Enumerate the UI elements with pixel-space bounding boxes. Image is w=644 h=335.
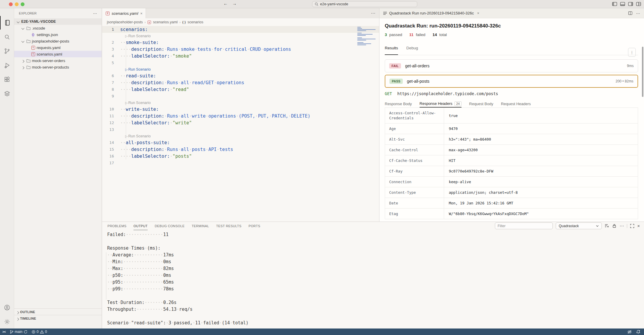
webview-tab-close-icon[interactable]: ×: [477, 11, 480, 15]
result-card-get-all-orders[interactable]: FAILget-all-orders9ms: [385, 59, 638, 72]
section-timeline[interactable]: TIMELINE: [14, 315, 102, 321]
quadrastack-view-icon[interactable]: [0, 87, 14, 100]
history-back-icon[interactable]: ←: [222, 1, 229, 6]
command-center-search[interactable]: e2e-yaml-vscode: [312, 1, 417, 7]
subtab-response-body[interactable]: Response Body: [385, 99, 412, 108]
section-outline[interactable]: OUTLINE: [14, 308, 102, 315]
split-editor-icon[interactable]: [628, 11, 632, 15]
tab-scenarios-yaml[interactable]: Y scenarios.yaml ×: [102, 8, 146, 18]
tab-close-icon[interactable]: ×: [140, 11, 143, 16]
breadcrumb-file[interactable]: scenarios.yaml: [153, 20, 177, 24]
tree-item-settings-json[interactable]: {}settings.json: [14, 31, 102, 38]
problems-item[interactable]: 0 0: [32, 330, 47, 334]
settings-gear-icon[interactable]: [0, 315, 14, 329]
header-value: W/"6b80-Ybsq/K6GwwqrYkAsFxqDXGC7DoM": [444, 209, 534, 219]
search-view-icon[interactable]: [0, 30, 14, 44]
maximize-panel-icon[interactable]: [630, 224, 634, 228]
chevron-down-icon[interactable]: [21, 40, 25, 43]
clear-output-icon[interactable]: [605, 224, 609, 228]
webview-more-icon[interactable]: ⋯: [636, 11, 640, 16]
subtab-request-body[interactable]: Request Body: [469, 99, 493, 108]
code-line-13[interactable]: 13: [102, 126, 379, 133]
explorer-more-icon[interactable]: ⋯: [93, 11, 97, 16]
traffic-light-close[interactable]: [9, 2, 13, 6]
subtab-request-headers[interactable]: Request Headers: [501, 99, 531, 108]
run-debug-icon[interactable]: [0, 58, 14, 72]
tree-item-jsonplaceholder-posts[interactable]: jsonplaceholder-posts: [14, 38, 102, 44]
code-line-11[interactable]: 11····description:·Runs·all·write·operat…: [102, 113, 379, 119]
code-line-5[interactable]: 5: [102, 59, 379, 66]
chevron-right-icon[interactable]: [21, 66, 25, 69]
extensions-icon[interactable]: [0, 73, 14, 86]
tab-results[interactable]: Results: [385, 45, 398, 55]
tree-item-scenarios-yaml[interactable]: Yscenarios.yaml: [14, 51, 102, 57]
tree-item-e2e-yaml-vscode[interactable]: E2E-YAML-VSCODE: [14, 18, 102, 25]
panel-scrollbar[interactable]: [642, 47, 643, 97]
source-control-icon[interactable]: [0, 44, 14, 58]
toggle-secondary-sidebar-icon[interactable]: [628, 1, 633, 6]
code-line-4[interactable]: 4····labelSelector:·"smoke": [102, 53, 379, 59]
remote-indicator[interactable]: ><: [2, 330, 6, 334]
code-line-17[interactable]: 17: [102, 160, 379, 166]
lock-scroll-icon[interactable]: [612, 224, 617, 228]
panel-tab-terminal[interactable]: TERMINAL: [192, 222, 209, 230]
traffic-light-zoom[interactable]: [21, 2, 25, 6]
chevron-right-icon[interactable]: [21, 59, 25, 62]
toggle-panel-icon[interactable]: [620, 1, 625, 6]
tab-debug[interactable]: Debug: [406, 45, 418, 55]
code-line-7[interactable]: 7····description:·Runs·all·read/GET·oper…: [102, 79, 379, 86]
traffic-light-minimize[interactable]: [15, 2, 19, 6]
minimap[interactable]: [357, 27, 377, 47]
code-line-8[interactable]: 8····labelSelector:·"read": [102, 86, 379, 93]
editor-actions-icon[interactable]: ⋯: [371, 11, 376, 16]
code-line-14[interactable]: 14··all-posts-suite:: [102, 139, 379, 146]
webview-tabstrip: Quadrastack Run run-20260119-094215840-3…: [379, 8, 644, 18]
panel-more-icon[interactable]: ⋯: [619, 223, 624, 229]
customize-layout-icon[interactable]: [636, 1, 641, 6]
code-line-9[interactable]: 9: [102, 93, 379, 100]
history-forward-icon[interactable]: →: [231, 1, 238, 6]
output-filter-input[interactable]: [495, 222, 553, 229]
tree-item--vscode[interactable]: .vscode: [14, 25, 102, 31]
breadcrumb-folder[interactable]: jsonplaceholder-posts: [107, 20, 143, 24]
codelens-run-scenario[interactable]: ▷Run Scenario: [102, 33, 379, 39]
close-panel-icon[interactable]: ×: [637, 223, 640, 228]
code-line-15[interactable]: 15····description:·Runs·all·posts·API·te…: [102, 146, 379, 153]
tree-item-mock-server-orders[interactable]: mock-server-orders: [14, 57, 102, 64]
panel-tab-output[interactable]: OUTPUT: [133, 222, 148, 230]
git-branch-item[interactable]: main: [10, 330, 27, 334]
panel-tab-test-results[interactable]: TEST RESULTS: [216, 222, 242, 230]
panel-tab-problems[interactable]: PROBLEMS: [107, 222, 126, 230]
output-console[interactable]: Failed:··············11 Response·Times·(…: [102, 230, 644, 327]
breadcrumb-symbol[interactable]: scenarios: [188, 20, 203, 24]
codelens-run-scenario[interactable]: ▷Run Scenario: [102, 133, 379, 139]
notifications-bell-icon[interactable]: [636, 330, 640, 334]
code-line-12[interactable]: 12····labelSelector:·"write": [102, 119, 379, 126]
code-line-10[interactable]: 10··write-suite:: [102, 106, 379, 113]
code-line-1[interactable]: 1scenarios:: [102, 26, 379, 33]
panel-tab-debug-console[interactable]: DEBUG CONSOLE: [155, 222, 185, 230]
webview-tab[interactable]: Quadrastack Run run-20260119-094215840-3…: [383, 8, 482, 18]
chevron-down-icon[interactable]: [16, 20, 21, 23]
chevron-down-icon[interactable]: [21, 27, 25, 30]
codelens-run-scenario[interactable]: ▷Run Scenario: [102, 66, 379, 72]
breadcrumb[interactable]: jsonplaceholder-posts › Y scenarios.yaml…: [102, 18, 379, 26]
code-line-2[interactable]: 2··smoke-suite:: [102, 39, 379, 46]
code-line-6[interactable]: 6··read-suite:: [102, 72, 379, 79]
tree-item-requests-yaml[interactable]: Yrequests.yaml: [14, 44, 102, 51]
run-menu-button[interactable]: ⋮: [628, 48, 636, 57]
code-area[interactable]: 1scenarios:▷Run Scenario2··smoke-suite:3…: [102, 26, 379, 166]
copilot-disabled-icon[interactable]: [627, 330, 632, 334]
result-card-get-all-posts[interactable]: PASSget-all-posts200 • 82ms: [385, 75, 638, 88]
account-icon[interactable]: [0, 301, 14, 314]
output-channel-select[interactable]: Quadrastack: [556, 222, 602, 229]
toggle-sidebar-icon[interactable]: [612, 1, 617, 6]
subtab-response-headers[interactable]: Response Headers24: [420, 99, 462, 108]
panel-tab-ports[interactable]: PORTS: [249, 222, 260, 230]
subtab-label: Response Headers: [420, 101, 452, 106]
explorer-icon[interactable]: [0, 16, 14, 30]
code-line-3[interactable]: 3····description:·Runs·smoke·tests·for·c…: [102, 46, 379, 53]
codelens-run-scenario[interactable]: ▷Run Scenario: [102, 100, 379, 106]
code-line-16[interactable]: 16····labelSelector:·"posts": [102, 153, 379, 160]
tree-item-mock-server-products[interactable]: mock-server-products: [14, 64, 102, 70]
